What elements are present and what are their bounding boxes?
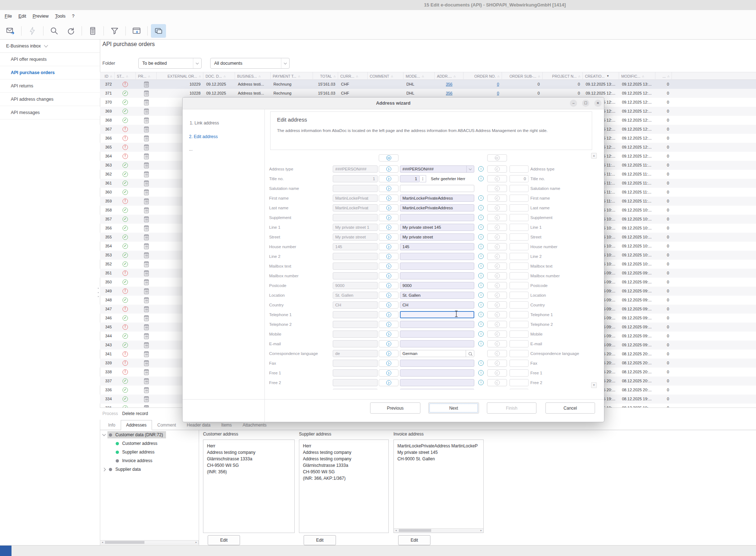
sidebar-item-api-messages[interactable]: API messages — [0, 106, 100, 119]
abadoc-e-mail-field[interactable] — [333, 340, 378, 347]
abadoc-title-no-field[interactable]: 1 — [333, 175, 378, 182]
column-header-more[interactable]: ...△ — [655, 72, 672, 80]
abadoc-mailbox-text-field[interactable] — [333, 263, 378, 270]
abacus-line-1-field[interactable]: My private street 145 — [400, 224, 474, 231]
info-icon[interactable]: i — [478, 312, 484, 317]
transfer-right-button[interactable] — [379, 224, 398, 231]
abacus-free-1-field[interactable] — [400, 369, 474, 377]
mapping-free-1-field[interactable] — [510, 369, 529, 377]
transfer-right-button[interactable] — [379, 214, 398, 221]
scroll-right-icon[interactable]: ▸ — [194, 541, 198, 544]
abacus-line-2-field[interactable] — [400, 253, 474, 260]
transfer-right-button[interactable] — [379, 360, 398, 367]
info-icon[interactable]: i — [478, 322, 484, 327]
column-header-modified[interactable]: MODIFIC...△ — [619, 72, 655, 80]
scroll-right-icon[interactable]: ▸ — [479, 529, 483, 532]
transfer-left-button[interactable] — [487, 360, 507, 367]
window-titlebar[interactable]: 15 Edit e-documents (API) - SHOPAPI_Webw… — [0, 0, 756, 10]
transfer-right-button[interactable] — [379, 311, 398, 318]
abadoc-correspondence-language-field[interactable]: de — [333, 350, 378, 357]
invoice-horizontal-scrollbar[interactable]: ◂▸ — [394, 528, 483, 533]
transfer-all-right-button[interactable] — [379, 154, 398, 161]
abacus-mailbox-number-field[interactable] — [400, 272, 474, 279]
tab-comment[interactable]: Comment — [152, 420, 181, 430]
transfer-left-button[interactable] — [487, 350, 507, 357]
abadoc-postcode-field[interactable]: 9000 — [333, 282, 378, 289]
documents-select[interactable]: All documents — [210, 58, 290, 69]
tree-item-invoice-address[interactable]: Invoice address — [107, 457, 155, 465]
edit-customer-address-button[interactable]: Edit — [208, 535, 240, 545]
search-button[interactable] — [47, 24, 62, 38]
mapping-line-1-field[interactable] — [510, 224, 529, 231]
sidebar-item-api-address-changes[interactable]: API address changes — [0, 93, 100, 106]
mapping-mailbox-text-field[interactable] — [510, 263, 529, 270]
delete-record-action[interactable]: Delete record — [122, 411, 148, 416]
menu-item-preview[interactable]: Preview — [29, 12, 52, 20]
info-icon[interactable]: i — [478, 302, 484, 307]
dialog-maximize-button[interactable]: ☐ — [582, 100, 589, 107]
table-row-372[interactable]: 372!1022909.12.2025Address testi...Rechn… — [100, 80, 756, 89]
column-header-doc_date[interactable]: DOC. D...△ — [203, 72, 235, 80]
tree-item-customer-address[interactable]: Customer address — [107, 439, 160, 447]
column-header-order_sub[interactable]: ORDER SUB-...△ — [502, 72, 543, 80]
mapping-line-2-field[interactable] — [510, 253, 529, 260]
column-header-pr[interactable]: PR...△ — [136, 72, 157, 80]
transfer-left-button[interactable] — [487, 165, 507, 173]
mapping-supplement-field[interactable] — [510, 214, 529, 221]
transfer-right-button[interactable] — [379, 272, 398, 279]
mapping-telephone-2-field[interactable] — [510, 321, 529, 328]
scroll-down-button[interactable]: ▼ — [591, 382, 597, 388]
abadoc-fax-field[interactable] — [333, 360, 378, 367]
transfer-left-button[interactable] — [487, 185, 507, 192]
mapping-fax-field[interactable] — [510, 360, 529, 367]
scroll-left-icon[interactable]: ◂ — [394, 529, 398, 532]
info-icon[interactable]: i — [478, 263, 484, 269]
sidebar-item-api-purchase-orders[interactable]: API purchase orders — [0, 66, 100, 79]
transfer-right-button[interactable] — [379, 379, 398, 386]
mapping-salutation-name-field[interactable] — [510, 185, 529, 192]
transfer-right-button[interactable] — [379, 243, 398, 250]
mapping-street-field[interactable] — [510, 233, 529, 241]
transfer-left-button[interactable] — [487, 340, 507, 347]
abadoc-line-1-field[interactable]: My private street 1 — [333, 224, 378, 231]
transfer-right-button[interactable] — [379, 175, 398, 182]
abadoc-mailbox-number-field[interactable] — [333, 272, 378, 279]
mapping-first-name-field[interactable] — [510, 195, 529, 202]
column-header-total[interactable]: TOTAL△ — [313, 72, 338, 80]
abacus-title-no-field[interactable]: 1 — [400, 175, 420, 182]
mapping-postcode-field[interactable] — [510, 282, 529, 289]
mapping-country-field[interactable] — [510, 301, 529, 309]
table-row-371[interactable]: 371✓1022809.12.2025Address testi...Rechn… — [100, 89, 756, 98]
abacus-salutation-name-field[interactable] — [400, 185, 474, 192]
transfer-right-button[interactable] — [379, 263, 398, 270]
abacus-telephone-1-field[interactable] — [400, 311, 474, 318]
abacus-mailbox-text-field[interactable] — [400, 263, 474, 270]
mapping-free-2-field[interactable] — [510, 379, 529, 386]
refresh-button[interactable] — [63, 24, 78, 38]
window-process-button[interactable] — [129, 24, 144, 38]
abacus-location-field[interactable]: St. Gallen — [400, 292, 474, 299]
transfer-left-button[interactable] — [487, 195, 507, 202]
column-header-payment[interactable]: PAYMENT T...△ — [271, 72, 313, 80]
transfer-left-button[interactable] — [487, 369, 507, 377]
mapping-last-name-field[interactable] — [510, 204, 529, 211]
abadoc-supplement-field[interactable] — [333, 214, 378, 221]
tree-item-supplier-address[interactable]: Supplier address — [107, 448, 157, 456]
transfer-left-button[interactable] — [487, 331, 507, 338]
column-header-project[interactable]: PROJECT N...△ — [543, 72, 583, 80]
info-icon[interactable]: i — [478, 244, 484, 249]
next-button[interactable]: Next — [428, 402, 479, 414]
transfer-right-button[interactable] — [379, 301, 398, 309]
tab-addresses[interactable]: Addresses — [121, 420, 152, 430]
transfer-right-button[interactable] — [379, 350, 398, 357]
transfer-right-button[interactable] — [379, 340, 398, 347]
spinner-control[interactable]: ▴▾ — [420, 175, 426, 182]
cell-order_no[interactable]: 0 — [464, 80, 502, 89]
abacus-house-number-field[interactable]: 145 — [400, 243, 474, 250]
info-icon[interactable]: i — [478, 341, 484, 346]
sidebar-header[interactable]: E-Business inbox — [0, 40, 100, 53]
chevron-right-icon[interactable] — [102, 468, 106, 471]
tree-horizontal-scrollbar[interactable]: ◂ ▸ — [100, 540, 199, 544]
transfer-right-button[interactable] — [379, 195, 398, 202]
transfer-left-button[interactable] — [487, 272, 507, 279]
